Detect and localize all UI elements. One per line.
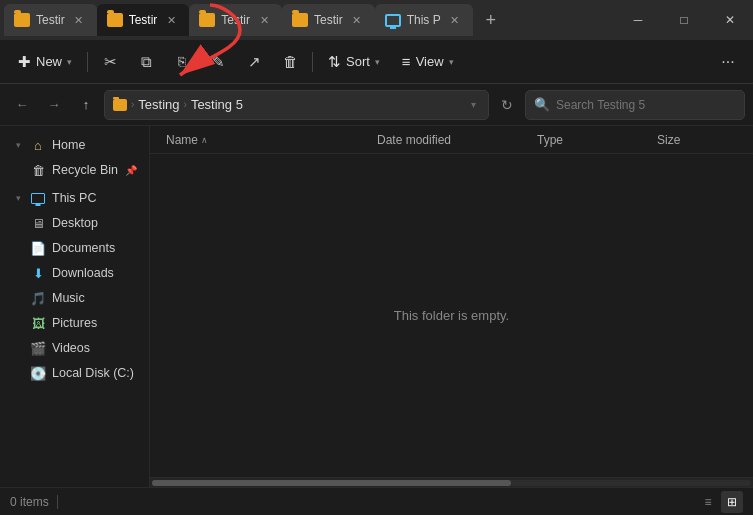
grid-view-button[interactable]: ⊞ [721,491,743,513]
path-chevron-icon: › [131,99,134,110]
view-chevron-icon: ▾ [449,57,454,67]
sidebar-item-label: Videos [52,341,90,355]
search-box[interactable]: 🔍 [525,90,745,120]
expand-placeholder [12,317,24,329]
sort-label: Sort [346,54,370,69]
sidebar-item-documents[interactable]: 📄 Documents [4,236,145,260]
plus-icon: + [485,10,496,31]
col-header-name[interactable]: Name ∧ [166,133,377,147]
expand-icon: ▾ [12,192,24,204]
sidebar-item-thispc[interactable]: ▾ This PC [4,186,145,210]
home-icon: ⌂ [30,137,46,153]
file-list: This folder is empty. [150,154,753,477]
share-icon: ↗ [248,53,261,71]
forward-button[interactable]: → [40,91,68,119]
close-button[interactable]: ✕ [707,0,753,40]
folder-icon [107,13,123,27]
sidebar-item-pictures[interactable]: 🖼 Pictures [4,311,145,335]
cut-button[interactable]: ✂ [93,45,127,79]
more-icon: ··· [721,53,734,71]
col-size-label: Size [657,133,680,147]
tab-5[interactable]: This P ✕ [375,4,473,36]
expand-placeholder [12,367,24,379]
tab-label: This P [407,13,441,27]
paste-button[interactable]: ⎘ [165,45,199,79]
new-button[interactable]: ✚ New ▾ [8,48,82,76]
rename-icon: ✎ [212,53,225,71]
col-name-label: Name [166,133,198,147]
music-icon: 🎵 [30,290,46,306]
pin-icon: 📌 [125,165,137,176]
minimize-button[interactable]: ─ [615,0,661,40]
sidebar-item-downloads[interactable]: ⬇ Downloads [4,261,145,285]
downloads-icon: ⬇ [30,265,46,281]
more-button[interactable]: ··· [711,45,745,79]
tab-label: Testir [129,13,158,27]
sidebar-item-localdisk[interactable]: 💽 Local Disk (C:) [4,361,145,385]
copy-button[interactable]: ⧉ [129,45,163,79]
delete-button[interactable]: 🗑 [273,45,307,79]
documents-icon: 📄 [30,240,46,256]
sort-button[interactable]: ⇅ Sort ▾ [318,48,390,76]
expand-placeholder [12,242,24,254]
search-input[interactable] [556,98,736,112]
expand-placeholder [12,292,24,304]
sidebar-item-home[interactable]: ▾ ⌂ Home [4,133,145,157]
title-bar: Testir ✕ Testir ✕ Testir ✕ Testir ✕ This… [0,0,753,40]
tab-close[interactable]: ✕ [349,12,365,28]
list-view-button[interactable]: ≡ [697,491,719,513]
col-type-label: Type [537,133,563,147]
search-icon: 🔍 [534,97,550,112]
col-header-date[interactable]: Date modified [377,133,537,147]
sidebar-item-desktop[interactable]: 🖥 Desktop [4,211,145,235]
status-items: 0 items [10,495,49,509]
empty-message: This folder is empty. [394,308,509,323]
folder-icon [199,13,215,27]
add-tab-button[interactable]: + [475,4,507,36]
toolbar-separator-2 [312,52,313,72]
path-segment-2: Testing 5 [191,97,243,112]
tab-label: Testir [36,13,65,27]
tab-1[interactable]: Testir ✕ [4,4,97,36]
cut-icon: ✂ [104,53,117,71]
tab-close[interactable]: ✕ [447,12,463,28]
maximize-button[interactable]: □ [661,0,707,40]
sidebar-item-label: Downloads [52,266,114,280]
refresh-icon: ↻ [501,97,513,113]
sidebar-item-label: Recycle Bin [52,163,118,177]
rename-button[interactable]: ✎ [201,45,235,79]
tab-close[interactable]: ✕ [163,12,179,28]
paste-icon: ⎘ [178,54,186,69]
view-button[interactable]: ≡ View ▾ [392,48,464,75]
monitor-icon [30,190,46,206]
main-layout: ▾ ⌂ Home 🗑 Recycle Bin 📌 ▾ This PC [0,126,753,487]
address-path[interactable]: › Testing › Testing 5 ▾ [104,90,489,120]
col-header-size[interactable]: Size [657,133,737,147]
tab-4[interactable]: Testir ✕ [282,4,375,36]
new-chevron-icon: ▾ [67,57,72,67]
expand-placeholder [12,164,24,176]
list-view-icon: ≡ [704,495,711,509]
tab-close[interactable]: ✕ [71,12,87,28]
tab-3[interactable]: Testir ✕ [189,4,282,36]
col-header-type[interactable]: Type [537,133,657,147]
up-button[interactable]: ↑ [72,91,100,119]
toolbar-separator [87,52,88,72]
tab-close[interactable]: ✕ [256,12,272,28]
path-segment-1: Testing [138,97,179,112]
path-chevron-icon-2: › [184,99,187,110]
address-bar: ← → ↑ › Testing › Testing 5 ▾ ↻ 🔍 [0,84,753,126]
scrollbar-thumb[interactable] [152,480,511,486]
tab-label: Testir [314,13,343,27]
sidebar-item-label: Music [52,291,85,305]
back-button[interactable]: ← [8,91,36,119]
tab-2[interactable]: Testir ✕ [97,4,190,36]
path-dropdown-icon[interactable]: ▾ [467,99,480,110]
share-button[interactable]: ↗ [237,45,271,79]
sidebar-item-videos[interactable]: 🎬 Videos [4,336,145,360]
sidebar-item-music[interactable]: 🎵 Music [4,286,145,310]
horizontal-scrollbar[interactable] [150,477,753,487]
expand-icon: ▾ [12,139,24,151]
sidebar-item-recycle[interactable]: 🗑 Recycle Bin 📌 [4,158,145,182]
refresh-button[interactable]: ↻ [493,91,521,119]
